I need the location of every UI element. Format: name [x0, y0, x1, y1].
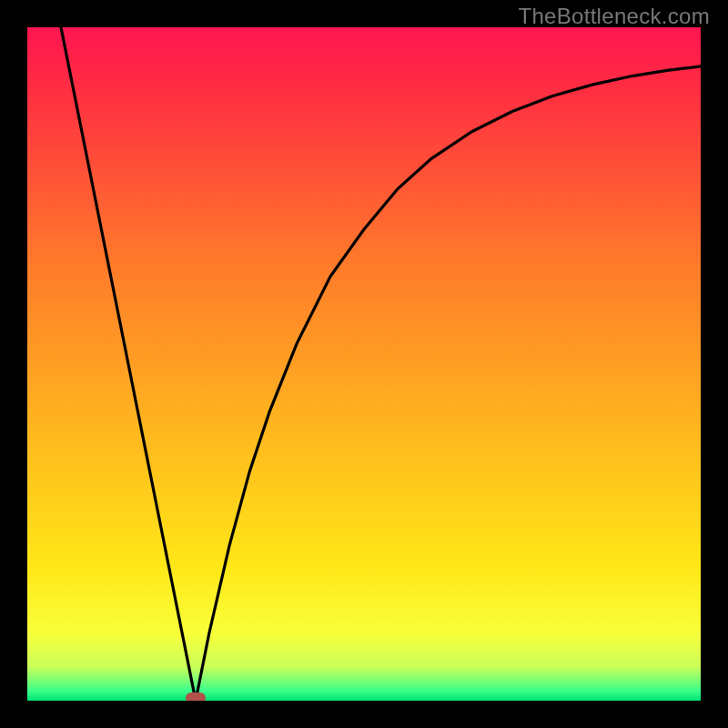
plot-area: [27, 27, 701, 701]
watermark-text: TheBottleneck.com: [518, 4, 710, 29]
bottleneck-curve: [27, 27, 701, 701]
chart-frame: TheBottleneck.com: [0, 0, 728, 728]
optimum-marker: [186, 693, 206, 701]
